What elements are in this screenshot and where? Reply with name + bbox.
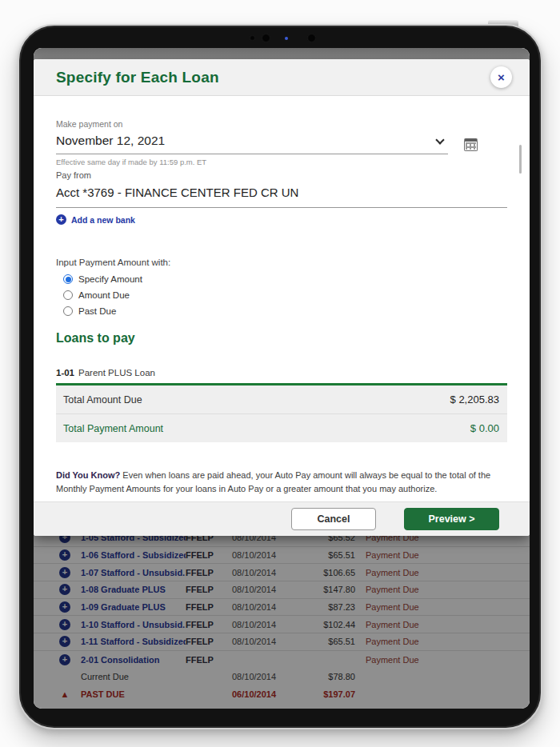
payment-date-value: November 12, 2021	[56, 134, 165, 148]
radio-option-label: Amount Due	[78, 290, 130, 300]
payment-date-note: Effective same day if made by 11:59 p.m.…	[56, 158, 507, 166]
modal-header: Specify for Each Loan ×	[34, 59, 530, 96]
radio-button-icon[interactable]	[63, 306, 73, 316]
did-you-know-body: Even when loans are paid ahead, your Aut…	[56, 470, 490, 493]
pay-from-label: Pay from	[56, 170, 507, 180]
modal-footer: Cancel Preview >	[34, 501, 530, 536]
camera-sensor-icon	[250, 35, 255, 41]
add-bank-label: Add a new bank	[71, 215, 135, 225]
tablet-screen: + 1-05 Stafford - Subsidized FFELP 08/10…	[34, 48, 530, 709]
total-amount-due-row: Total Amount Due $ 2,205.83	[56, 385, 507, 413]
amount-options-label: Input Payment Amount with:	[56, 258, 507, 267]
total-amount-due-label: Total Amount Due	[63, 394, 142, 405]
loans-to-pay-heading: Loans to pay	[56, 331, 507, 346]
close-icon: ×	[498, 70, 505, 84]
loan-id: 1-01	[56, 368, 74, 377]
pay-from-value: Acct *3769 - FINANCE CENTER FED CR UN	[56, 186, 298, 199]
preview-button[interactable]: Preview >	[404, 508, 499, 530]
payment-date-select[interactable]: November 12, 2021	[56, 129, 448, 154]
add-bank-link[interactable]: + Add a new bank	[56, 214, 507, 225]
radio-button-icon[interactable]	[63, 290, 73, 300]
close-button[interactable]: ×	[490, 66, 512, 88]
payment-date-label: Make payment on	[56, 119, 507, 129]
total-payment-amount-value: $ 0.00	[470, 422, 499, 434]
radio-option-label: Past Due	[78, 306, 116, 316]
camera-lens-icon	[307, 34, 316, 42]
tablet-frame: + 1-05 Stafford - Subsidized FFELP 08/10…	[18, 24, 542, 729]
pay-from-select[interactable]: Acct *3769 - FINANCE CENTER FED CR UN	[56, 186, 507, 208]
calendar-icon[interactable]	[464, 138, 478, 151]
chevron-down-icon	[435, 135, 444, 144]
loan-name: Parent PLUS Loan	[78, 368, 155, 377]
did-you-know-lead: Did You Know?	[56, 470, 120, 480]
total-payment-amount-row: Total Payment Amount $ 0.00	[56, 413, 507, 442]
radio-option-past-due[interactable]: Past Due	[63, 303, 507, 319]
modal-body: Make payment on November 12, 2021 Effect…	[34, 119, 530, 496]
cancel-button[interactable]: Cancel	[291, 508, 376, 530]
radio-option-label: Specify Amount	[78, 274, 142, 284]
radio-option-amount-due[interactable]: Amount Due	[63, 287, 507, 303]
did-you-know-text: Did You Know? Even when loans are paid a…	[56, 469, 507, 496]
specify-loan-modal: Specify for Each Loan × Make payment on …	[34, 59, 530, 536]
camera-indicator-icon	[285, 37, 288, 40]
amount-options-list: Specify AmountAmount DuePast Due	[56, 271, 507, 319]
radio-option-specify-amount[interactable]: Specify Amount	[63, 271, 507, 287]
plus-circle-icon: +	[56, 214, 66, 225]
modal-scrollbar[interactable]	[519, 145, 522, 174]
total-amount-due-value: $ 2,205.83	[450, 393, 499, 405]
loan-line: 1-01Parent PLUS Loan	[56, 368, 507, 377]
total-payment-amount-label: Total Payment Amount	[63, 423, 163, 434]
camera-lens-icon	[262, 34, 270, 42]
radio-button-icon[interactable]	[63, 274, 73, 284]
modal-title: Specify for Each Loan	[56, 69, 219, 86]
totals-panel: Total Amount Due $ 2,205.83 Total Paymen…	[56, 385, 507, 442]
front-camera-array	[19, 30, 541, 45]
